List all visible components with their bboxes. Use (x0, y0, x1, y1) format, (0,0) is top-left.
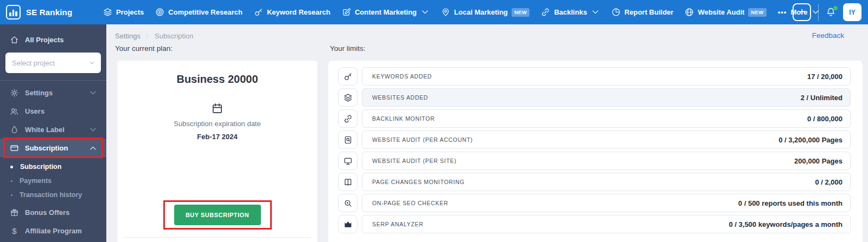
image-icon (343, 220, 353, 229)
sidebar-divider (0, 80, 106, 81)
doc-search-icon (343, 135, 353, 145)
nav-label: Report Builder (624, 8, 673, 16)
limit-row-on-page-seo-checker: ON-PAGE SEO CHECKER 0 / 500 reports used… (338, 194, 851, 212)
nav-item-projects[interactable]: Projects (103, 8, 144, 17)
nav-item-backlinks[interactable]: Backlinks (541, 8, 600, 17)
gift-icon (10, 208, 19, 217)
drop-icon (10, 125, 19, 134)
limit-label: SERP ANALYZER (372, 221, 424, 227)
project-select-dropdown[interactable]: Select project (5, 53, 101, 73)
nav-item-report-builder[interactable]: Report Builder (611, 8, 673, 17)
home-icon (10, 35, 19, 44)
pie-icon (611, 8, 621, 17)
notifications-button[interactable] (826, 7, 836, 17)
limit-label: WEBSITE AUDIT (PER SITE) (372, 158, 456, 164)
target-icon (155, 8, 164, 17)
chevron-down-icon (88, 125, 98, 134)
chevron-down-icon (88, 88, 98, 97)
limit-value: 0 / 3,500 keywords/pages a month (729, 220, 843, 228)
limit-value: 0 / 800,000 (807, 115, 843, 123)
nav-label: Website Audit (698, 8, 744, 16)
limit-label: PAGE CHANGES MONITORING (372, 179, 464, 185)
limit-row-websites-added: WEBSITES ADDED 2 / Unlimited (338, 88, 851, 107)
limits-card: KEYWORDS ADDED 17 / 20,000 WEBSITES ADDE… (328, 61, 863, 242)
sidebar-subitem-label: Transaction history (20, 191, 82, 199)
limit-value: 200,000 Pages (794, 157, 843, 165)
link-icon (343, 114, 353, 123)
plan-name: Business 20000 (176, 73, 258, 86)
sidebar-item-label: White Label (25, 126, 65, 134)
buy-subscription-button[interactable]: BUY SUBSCRIPTION (174, 205, 261, 225)
chevron-up-icon (88, 143, 98, 153)
user-avatar[interactable]: IY (843, 3, 861, 21)
sidebar-item-label: Subscription (25, 144, 68, 152)
breadcrumb-settings[interactable]: Settings (115, 32, 141, 40)
sidebar-subitem-label: Subscription (20, 163, 61, 171)
sidebar-item-bonus-offers[interactable]: Bonus Offers (0, 203, 106, 221)
sidebar-item-affiliate-program[interactable]: $ Affiliate Program (0, 221, 106, 240)
layers-icon (103, 8, 112, 17)
nav-label: Backlinks (554, 8, 587, 16)
chevron-down-icon (591, 8, 600, 17)
sidebar-item-white-label[interactable]: White Label (0, 120, 106, 139)
plan-card-divider (124, 237, 311, 238)
nav-item-competitive-research[interactable]: Competitive Research (155, 8, 242, 17)
breadcrumb: Settings Subscription (115, 32, 194, 40)
sidebar-subscription-submenu: Subscription Payments Transaction histor… (0, 157, 106, 203)
nav-item-keyword-research[interactable]: Keyword Research (254, 8, 330, 17)
limit-value: 2 / Unlimited (801, 94, 843, 102)
limit-row-serp-analyzer: SERP ANALYZER 0 / 3,500 keywords/pages a… (338, 215, 851, 233)
sidebar-item-label: Bonus Offers (25, 208, 69, 217)
limit-label: KEYWORDS ADDED (372, 73, 432, 80)
project-select-placeholder: Select project (12, 59, 55, 67)
calendar-icon (211, 102, 224, 115)
sidebar-subitem-label: Payments (20, 177, 52, 185)
sidebar-item-subscription[interactable]: Subscription (0, 139, 106, 157)
sidebar-subitem-payments[interactable]: Payments (0, 174, 106, 188)
sidebar: All Projects Select project Settings Use… (0, 24, 106, 242)
nav-item-website-audit[interactable]: Website Audit NEW (685, 8, 766, 17)
sidebar-item-label: Users (25, 107, 44, 115)
chevron-right-icon (145, 34, 150, 39)
limit-row-keywords-added: KEYWORDS ADDED 17 / 20,000 (338, 67, 851, 86)
sidebar-subitem-subscription[interactable]: Subscription (0, 160, 106, 174)
limit-row-website-audit-site: WEBSITE AUDIT (PER SITE) 200,000 Pages (338, 152, 851, 170)
dots-icon: ••• (778, 8, 787, 16)
breadcrumb-subscription: Subscription (155, 32, 194, 40)
nav-label: Local Marketing (454, 8, 508, 16)
nav-item-local-marketing[interactable]: Local Marketing NEW (441, 8, 529, 17)
nav-item-content-marketing[interactable]: Content Marketing (342, 8, 430, 17)
sidebar-item-all-projects[interactable]: All Projects (0, 31, 106, 48)
users-icon (10, 107, 19, 116)
limit-label: WEBSITES ADDED (372, 94, 428, 101)
credit-card-icon (10, 143, 19, 153)
gear-icon (10, 88, 19, 97)
main-content: Settings Subscription Feedback Your curr… (106, 24, 868, 242)
add-project-button[interactable]: + (793, 3, 811, 21)
limit-value: 0 / 3,200,000 Pages (778, 136, 843, 144)
brand[interactable]: SE Ranking (0, 5, 103, 19)
sidebar-subitem-transaction-history[interactable]: Transaction history (0, 188, 106, 202)
limit-label: ON-PAGE SEO CHECKER (372, 200, 448, 206)
sidebar-item-label: All Projects (25, 36, 64, 44)
edit-icon (342, 8, 351, 17)
limit-row-website-audit-account: WEBSITE AUDIT (PER ACCOUNT) 0 / 3,200,00… (338, 130, 851, 149)
sidebar-nav: Settings Users White Label Subscription … (0, 83, 106, 240)
limit-row-page-changes-monitoring: PAGE CHANGES MONITORING 0 / 2,000 (338, 173, 851, 191)
new-badge: NEW (512, 8, 529, 17)
chevron-down-icon (89, 60, 95, 66)
notification-dot (833, 6, 838, 10)
globe-icon (685, 8, 694, 17)
layers-icon (343, 93, 353, 102)
dollar-icon: $ (10, 226, 19, 236)
expiration-label: Subscription expiration date (174, 120, 260, 128)
limits-heading: Your limits: (330, 44, 366, 53)
feedback-link[interactable]: Feedback (812, 31, 844, 40)
current-plan-heading: Your current plan: (115, 44, 173, 53)
sidebar-item-users[interactable]: Users (0, 102, 106, 120)
sidebar-item-label: Affiliate Program (25, 227, 82, 235)
link-icon (541, 8, 550, 17)
limit-label: WEBSITE AUDIT (PER ACCOUNT) (372, 136, 473, 143)
sidebar-item-settings[interactable]: Settings (0, 83, 106, 102)
navbar-right-controls: + IY (793, 0, 861, 24)
